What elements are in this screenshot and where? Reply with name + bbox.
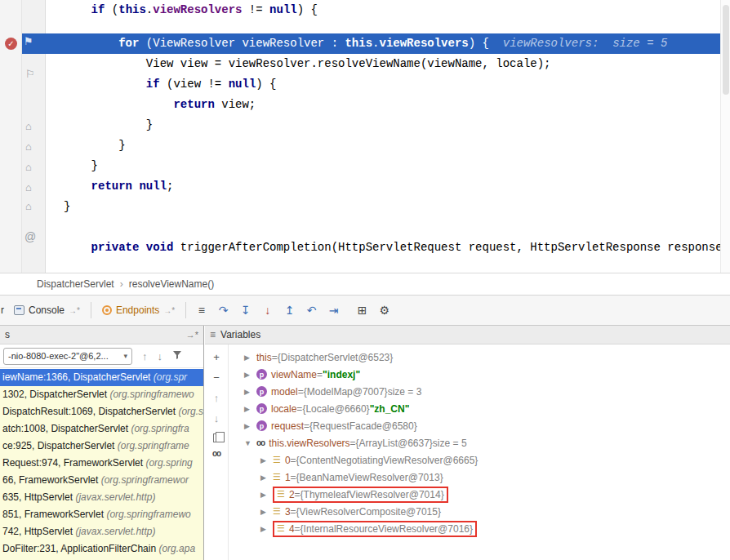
variable-row[interactable]: ▶prequest = {RequestFacade@6580} — [229, 417, 730, 434]
remove-watch-icon[interactable]: − — [213, 371, 220, 384]
stack-frame[interactable]: atch:1008, DispatcherServlet (org.spring… — [0, 420, 203, 438]
variable-row[interactable]: ▶☰2 = {ThymeleafViewResolver@7014} — [229, 486, 730, 503]
stack-frame[interactable]: Request:974, FrameworkServlet (org.sprin… — [0, 455, 203, 472]
gutter-marker-icon[interactable]: ⌂ — [25, 141, 32, 153]
drop-frame-icon[interactable]: ↶ — [300, 304, 323, 317]
frame-package: (org.spring — [145, 457, 192, 469]
tree-chevron-icon[interactable]: ▶ — [244, 353, 256, 362]
array-item-icon: ☰ — [277, 489, 285, 500]
duplicate-watch-icon[interactable] — [213, 433, 220, 442]
variable-row[interactable]: ▶this = {DispatcherServlet@6523} — [229, 349, 730, 366]
tree-chevron-icon[interactable]: ▶ — [244, 422, 256, 430]
force-step-into-icon[interactable]: ↓ — [256, 304, 278, 317]
filter-frames-icon[interactable] — [172, 350, 182, 362]
variable-row[interactable]: ▶☰3 = {ViewResolverComposite@7015} — [229, 503, 730, 520]
gutter-marker-icon[interactable]: ⌂ — [25, 201, 32, 212]
frame-package: (org.springframe — [118, 440, 189, 451]
move-down-icon[interactable]: ↓ — [214, 411, 220, 425]
code-line[interactable]: return view; — [0, 95, 730, 115]
variable-row[interactable]: ▶plocale = {Locale@6660} "zh_CN" — [229, 400, 730, 417]
gutter-marker-icon[interactable]: ⌂ — [25, 182, 32, 193]
code-line[interactable]: } — [0, 156, 730, 176]
panel-menu-icon[interactable]: ≡ — [210, 329, 216, 340]
evaluate-grid-icon[interactable]: ⊞ — [351, 304, 373, 317]
variable-row[interactable]: ▶☰0 = {ContentNegotiatingViewResolver@66… — [229, 451, 730, 469]
bookmark-outline-icon[interactable]: ⚐ — [25, 69, 35, 80]
tree-chevron-icon[interactable]: ▶ — [244, 405, 256, 413]
scrollbar-thumb[interactable] — [723, 5, 729, 95]
stack-frame[interactable]: DispatchResult:1069, DispatcherServlet (… — [0, 403, 203, 420]
hamburger-menu-icon[interactable]: ≡ — [190, 304, 212, 317]
bookmark-flag-icon[interactable]: ⚑ — [24, 36, 33, 47]
frame-down-icon[interactable]: ↓ — [158, 350, 163, 362]
stack-frame[interactable]: DoFilter:231, ApplicationFilterChain (or… — [0, 540, 203, 558]
code-line[interactable]: private void triggerAfterCompletion(Http… — [0, 238, 730, 258]
step-over-icon[interactable]: ↷ — [212, 304, 234, 317]
code-token: private void — [91, 241, 180, 254]
run-to-cursor-icon[interactable]: ⇥ — [323, 304, 345, 317]
move-up-icon[interactable]: ↑ — [214, 391, 220, 405]
code-line[interactable]: } — [0, 197, 730, 217]
watches-glasses-icon[interactable]: oo — [212, 449, 220, 458]
tree-chevron-icon[interactable]: ▶ — [260, 491, 273, 499]
variable-row[interactable]: ▶☰1 = {BeanNameViewResolver@7013} — [229, 469, 730, 486]
frames-pin-icon[interactable]: →* — [186, 330, 198, 340]
gutter-marker-icon[interactable]: ⌂ — [25, 121, 32, 132]
tree-chevron-icon[interactable]: ▶ — [260, 508, 273, 516]
variable-string-value: "indexj" — [323, 369, 360, 380]
endpoints-icon — [102, 305, 112, 315]
code-token: (ViewResolver viewResolver : — [146, 37, 345, 50]
stack-frame[interactable]: 635, HttpServlet (javax.servlet.http) — [0, 489, 203, 506]
step-out-icon[interactable]: ↥ — [278, 304, 300, 317]
frame-location: 742, HttpServlet — [2, 526, 75, 537]
code-line[interactable]: } — [0, 136, 730, 156]
stack-frame[interactable]: 1302, DispatcherServlet (org.springframe… — [0, 386, 203, 403]
code-lines[interactable]: if (this.viewResolvers != null) { for (V… — [0, 0, 730, 258]
breadcrumb-method[interactable]: resolveViewName() — [129, 278, 214, 290]
stack-frame[interactable]: iewName:1366, DispatcherServlet (org.spr — [0, 369, 203, 386]
equals-separator: = — [317, 369, 323, 380]
gutter-marker-icon[interactable]: ⌂ — [25, 162, 32, 173]
stack-frame[interactable]: 742, HttpServlet (javax.servlet.http) — [0, 523, 203, 540]
code-line[interactable]: if (view != null) { — [0, 74, 730, 95]
variable-row[interactable]: ▶pviewName = "indexj" — [229, 366, 730, 383]
clipped-tab-label[interactable]: r — [1, 304, 4, 316]
variable-row[interactable]: ▶☰4 = {InternalResourceViewResolver@7016… — [229, 520, 730, 537]
code-token: } — [64, 200, 70, 213]
code-editor[interactable]: if (this.viewResolvers != null) { for (V… — [0, 0, 730, 273]
equals-separator: = — [296, 403, 302, 415]
editor-scrollbar[interactable] — [720, 0, 730, 273]
indent — [64, 98, 173, 111]
tree-chevron-icon[interactable]: ▶ — [244, 371, 256, 379]
tree-chevron-icon[interactable]: ▶ — [244, 388, 256, 396]
breakpoint-icon[interactable]: ✓ — [5, 38, 17, 50]
thread-selector-dropdown[interactable]: -nio-8080-exec-2"@6,2... ▾ — [3, 348, 132, 365]
tree-chevron-icon[interactable]: ▼ — [244, 439, 256, 447]
variable-row[interactable]: ▼oothis.viewResolvers = {ArrayList@6637}… — [229, 434, 730, 451]
add-watch-icon[interactable]: + — [213, 350, 220, 364]
tree-chevron-icon[interactable]: ▶ — [260, 456, 273, 464]
step-into-icon[interactable]: ↧ — [234, 304, 256, 317]
code-token: null — [269, 3, 297, 16]
code-line[interactable]: View view = viewResolver.resolveViewName… — [0, 54, 730, 74]
code-line[interactable]: return null; — [0, 176, 730, 197]
frame-up-icon[interactable]: ↑ — [142, 350, 148, 362]
stack-frame[interactable]: 66, FrameworkServlet (org.springframewor — [0, 472, 203, 489]
code-line[interactable]: if (this.viewResolvers != null) { — [0, 0, 730, 20]
code-line[interactable]: } — [0, 115, 730, 136]
execution-point-line[interactable]: for (ViewResolver viewResolver : this.vi… — [0, 33, 730, 54]
settings-icon[interactable]: ⚙ — [373, 304, 395, 317]
tree-chevron-icon[interactable]: ▶ — [260, 525, 273, 533]
variable-row[interactable]: ▶pmodel = {ModelMap@7007} size = 3 — [229, 383, 730, 400]
frames-header-partial-label: s — [5, 329, 10, 340]
tab-console[interactable]: Console →* — [7, 296, 87, 325]
frame-location: 635, HttpServlet — [2, 491, 75, 503]
variables-tree: ▶this = {DispatcherServlet@6523}▶pviewNa… — [229, 344, 730, 560]
breadcrumb-class[interactable]: DispatcherServlet — [37, 278, 114, 290]
tree-chevron-icon[interactable]: ▶ — [260, 473, 273, 482]
tab-endpoints[interactable]: Endpoints →* — [96, 296, 181, 325]
stack-frame[interactable]: ce:925, DispatcherServlet (org.springfra… — [0, 438, 203, 455]
stack-frame[interactable]: 851, FrameworkServlet (org.springframewo — [0, 506, 203, 523]
code-token: ) { — [297, 3, 318, 16]
code-line[interactable] — [0, 217, 730, 238]
